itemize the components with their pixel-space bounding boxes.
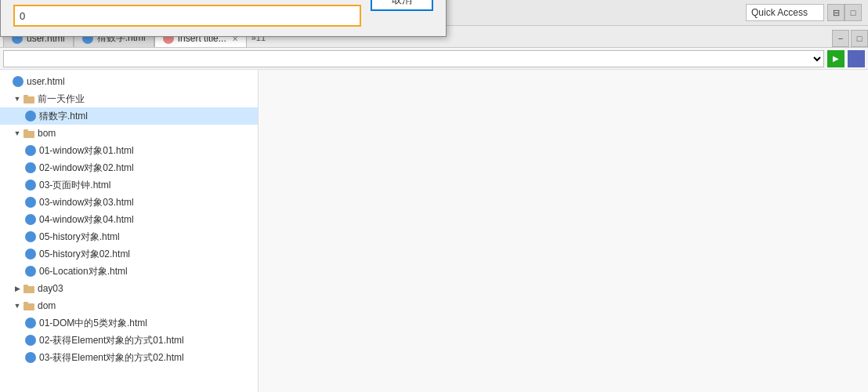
tab-max-btn[interactable]: □ — [851, 30, 868, 47]
file-globe-icon — [25, 180, 36, 191]
list-item[interactable]: ▼ dom — [0, 297, 258, 314]
file-globe-icon — [25, 266, 36, 277]
list-item[interactable]: 02-获得Element对象的方式01.html — [0, 332, 258, 349]
list-item[interactable]: user.html — [0, 73, 258, 90]
address-row — [0, 48, 868, 70]
dialog-input-area — [13, 5, 361, 27]
list-item[interactable]: 03-获得Element对象的方式02.html — [0, 349, 258, 366]
file-globe-icon — [25, 249, 36, 260]
run-button[interactable] — [827, 50, 844, 67]
folder-icon — [24, 300, 34, 311]
folder-label: bom — [38, 128, 56, 139]
dialog-buttons: 确定 取消 — [371, 0, 433, 27]
list-item[interactable]: 05-history对象02.html — [0, 245, 258, 263]
svg-rect-7 — [24, 302, 28, 305]
svg-rect-3 — [24, 129, 28, 132]
quick-access-box: Quick Access — [746, 4, 824, 21]
list-item[interactable]: ▶ day03 — [0, 280, 258, 297]
address-dropdown[interactable] — [3, 50, 824, 67]
file-globe-icon — [25, 145, 36, 156]
file-label: 03-页面时钟.html — [39, 179, 110, 192]
dialog-content: 脚本提示: 请输入1~100之间的数字! — [13, 0, 361, 27]
file-globe-icon — [25, 214, 36, 225]
svg-rect-1 — [24, 95, 28, 98]
file-label: 02-window对象02.html — [39, 162, 134, 175]
quick-access-label: Quick Access — [751, 7, 808, 18]
file-globe-icon — [25, 352, 36, 363]
dialog-body: 脚本提示: 请输入1~100之间的数字! 确定 取消 — [1, 0, 446, 36]
list-item[interactable]: 05-history对象.html — [0, 228, 258, 245]
main-area: user.html ▼ 前一天作业 猜数字.html ▼ — [0, 70, 868, 392]
list-item[interactable]: 03-window对象03.html — [0, 194, 258, 211]
file-globe-icon — [13, 76, 24, 87]
folder-icon — [24, 93, 34, 104]
file-globe-icon — [25, 162, 36, 173]
file-label: 03-window对象03.html — [39, 196, 134, 209]
chevron-right-icon: ▶ — [13, 284, 22, 293]
file-label: 05-history对象02.html — [39, 248, 130, 261]
list-item[interactable]: 04-window对象04.html — [0, 211, 258, 228]
explorer-dialog: Explorer 用户提示 ✕ 脚本提示: 请输入1~100之间的数字! 确定 … — [0, 0, 447, 37]
list-item[interactable]: 01-DOM中的5类对象.html — [0, 314, 258, 332]
file-label: 01-window对象01.html — [39, 144, 134, 158]
dialog-cancel-button[interactable]: 取消 — [371, 0, 433, 11]
chevron-down-icon: ▼ — [13, 301, 22, 310]
file-label: 猜数字.html — [39, 110, 88, 123]
file-explorer-sidebar: user.html ▼ 前一天作业 猜数字.html ▼ — [0, 70, 259, 392]
list-item[interactable]: 01-window对象01.html — [0, 142, 258, 159]
folder-label: dom — [38, 300, 56, 311]
tab-min-btn[interactable]: − — [832, 30, 849, 47]
list-item[interactable]: 06-Location对象.html — [0, 263, 258, 280]
folder-label: 前一天作业 — [38, 93, 85, 106]
ext-button[interactable] — [848, 50, 865, 67]
file-globe-icon — [25, 335, 36, 346]
file-label: 04-window对象04.html — [39, 213, 134, 227]
list-item[interactable]: ▼ bom — [0, 125, 258, 142]
list-item[interactable]: 03-页面时钟.html — [0, 176, 258, 194]
folder-icon — [24, 128, 34, 139]
dialog-input-field[interactable] — [13, 5, 361, 27]
file-globe-icon — [25, 318, 36, 328]
file-label: 01-DOM中的5类对象.html — [39, 317, 147, 330]
svg-rect-5 — [24, 285, 28, 288]
expand-btn[interactable]: ⊟ — [827, 4, 844, 21]
list-item[interactable]: ▼ 前一天作业 — [0, 90, 258, 107]
file-label: 06-Location对象.html — [39, 265, 128, 278]
list-item[interactable]: 猜数字.html — [0, 107, 258, 125]
file-label: user.html — [27, 76, 65, 87]
list-item[interactable]: 02-window对象02.html — [0, 159, 258, 176]
file-globe-icon — [25, 197, 36, 208]
file-label: 02-获得Element对象的方式01.html — [39, 334, 184, 347]
editor-area — [259, 70, 868, 392]
chevron-down-icon: ▼ — [13, 94, 22, 103]
maximize-btn[interactable]: □ — [844, 4, 862, 21]
folder-label: day03 — [38, 283, 63, 294]
file-globe-icon — [25, 231, 36, 242]
folder-icon — [24, 283, 34, 294]
chevron-down-icon: ▼ — [13, 129, 22, 138]
file-label: 05-history对象.html — [39, 230, 120, 244]
file-globe-icon — [25, 111, 36, 122]
file-label: 03-获得Element对象的方式02.html — [39, 351, 184, 365]
